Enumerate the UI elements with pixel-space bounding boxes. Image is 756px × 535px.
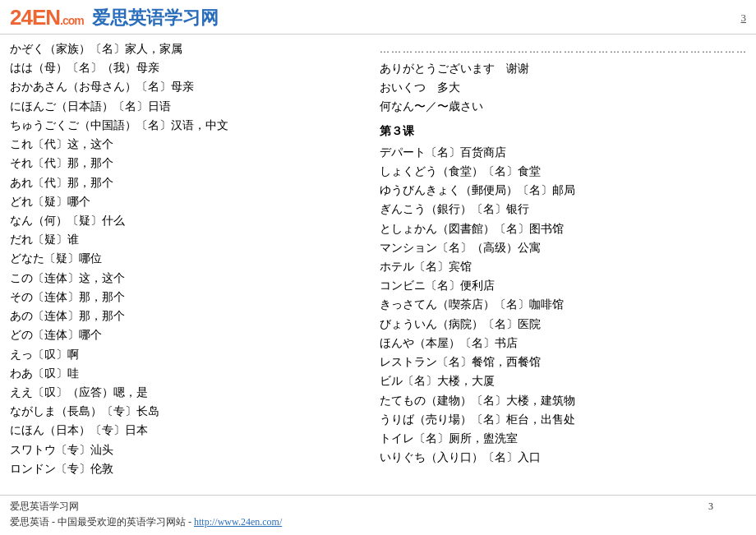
list-item: おいくつ 多大 — [380, 78, 748, 97]
footer-url-link[interactable]: http://www.24en.com/ — [194, 516, 282, 528]
list-item: いりぐち（入り口）〔名〕入口 — [380, 448, 748, 467]
list-item: えっ〔叹〕啊 — [10, 345, 363, 364]
right-column: ……………………………………………………………………………………ありがとうござい… — [371, 39, 748, 478]
list-item: おかあさん（お母さん）〔名〕母亲 — [10, 77, 363, 96]
footer-page-num: 3 — [708, 499, 713, 514]
dotted-separator: …………………………………………………………………………………… — [380, 39, 748, 59]
list-item: にほんご（日本語）〔名〕日语 — [10, 97, 363, 116]
list-item: はは（母）〔名〕（我）母亲 — [10, 58, 363, 77]
list-item: あの〔连体〕那，那个 — [10, 307, 363, 325]
list-item: デパート〔名〕百货商店 — [380, 143, 748, 162]
list-item: ホテル〔名〕宾馆 — [380, 257, 748, 276]
list-item: ビル〔名〕大楼，大厦 — [380, 371, 748, 390]
list-item: ありがとうございます 谢谢 — [380, 59, 748, 78]
list-item: だれ〔疑〕谁 — [10, 230, 363, 249]
list-item: としょかん（図書館）〔名〕图书馆 — [380, 219, 748, 238]
list-item: マンション〔名〕（高级）公寓 — [380, 238, 748, 257]
list-item: ゆうびんきょく（郵便局）〔名〕邮局 — [380, 181, 748, 200]
list-item: ほんや（本屋）〔名〕书店 — [380, 334, 748, 353]
list-item: ええ〔叹〕（应答）嗯，是 — [10, 383, 363, 402]
footer-site-name: 爱思英语学习网 3 — [10, 499, 746, 514]
list-item: きっさてん（喫茶店）〔名〕咖啡馆 — [380, 295, 748, 314]
footer-site-label: 爱思英语学习网 — [10, 500, 79, 512]
list-item: 何なん〜／〜歳さい — [380, 97, 748, 116]
list-item: なん（何）〔疑〕什么 — [10, 211, 363, 230]
list-item: うりば（売り場）〔名〕柜台，出售处 — [380, 410, 748, 429]
list-item: レストラン〔名〕餐馆，西餐馆 — [380, 353, 748, 371]
list-item: それ〔代〕那，那个 — [10, 154, 363, 173]
list-item: その〔连体〕那，那个 — [10, 288, 363, 307]
section-title: 第３课 — [380, 122, 748, 141]
left-column: かぞく（家族）〔名〕家人，家属はは（母）〔名〕（我）母亲おかあさん（お母さん）〔… — [10, 39, 371, 478]
page-number-top: 3 — [741, 12, 747, 25]
list-item: どれ〔疑〕哪个 — [10, 192, 363, 211]
list-item: ロンドン〔专〕伦敦 — [10, 459, 363, 478]
list-item: コンビニ〔名〕便利店 — [380, 276, 748, 295]
list-item: にほん（日本）〔专〕日本 — [10, 421, 363, 440]
footer-tagline-row: 爱思英语 - 中国最受欢迎的英语学习网站 - http://www.24en.c… — [10, 514, 746, 530]
main-content: かぞく（家族）〔名〕家人，家属はは（母）〔名〕（我）母亲おかあさん（お母さん）〔… — [0, 35, 756, 478]
footer: 爱思英语学习网 3 爱思英语 - 中国最受欢迎的英语学习网站 - http://… — [0, 495, 756, 535]
list-item: スワトウ〔专〕汕头 — [10, 440, 363, 459]
list-item: ながしま（長島）〔专〕长岛 — [10, 402, 363, 421]
list-item: わあ〔叹〕哇 — [10, 364, 363, 383]
list-item: ぎんこう（銀行）〔名〕银行 — [380, 200, 748, 219]
list-item: トイレ〔名〕厕所，盥洗室 — [380, 429, 748, 448]
footer-tagline: 爱思英语 - 中国最受欢迎的英语学习网站 - — [10, 516, 194, 528]
logo-site: 爱思英语学习网 — [92, 6, 219, 30]
list-item: びょういん（病院）〔名〕医院 — [380, 315, 748, 334]
header: 24EN.com 爱思英语学习网 3 — [0, 0, 756, 35]
list-item: あれ〔代〕那，那个 — [10, 173, 363, 192]
list-item: ちゅうごくご（中国語）〔名〕汉语，中文 — [10, 116, 363, 135]
list-item: どの〔连体〕哪个 — [10, 325, 363, 344]
logo-24en: 24EN.com — [10, 5, 84, 30]
list-item: この〔连体〕这，这个 — [10, 269, 363, 288]
list-item: かぞく（家族）〔名〕家人，家属 — [10, 39, 363, 58]
list-item: しょくどう（食堂）〔名〕食堂 — [380, 162, 748, 181]
list-item: たてもの（建物）〔名〕大楼，建筑物 — [380, 391, 748, 410]
list-item: どなた〔疑〕哪位 — [10, 249, 363, 268]
list-item: これ〔代〕这，这个 — [10, 135, 363, 154]
